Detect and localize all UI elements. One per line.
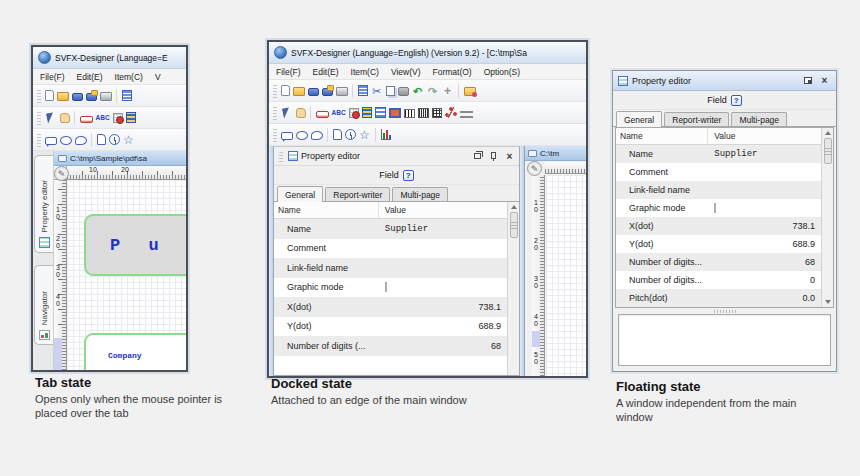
menu-view[interactable]: V	[155, 72, 161, 82]
paste-icon[interactable]	[398, 87, 409, 96]
thought-bubble-icon[interactable]	[311, 131, 323, 140]
graphic-mode-checkbox[interactable]	[714, 203, 716, 213]
scroll-thumb[interactable]	[510, 212, 518, 238]
restore-button[interactable]	[471, 150, 484, 162]
table-tool-icon[interactable]	[113, 113, 123, 123]
tab-report-writer[interactable]: Report-writer	[325, 187, 390, 201]
save-icon[interactable]	[308, 88, 319, 96]
menu-format[interactable]: Format(O)	[433, 67, 472, 77]
scrollbar[interactable]	[821, 128, 833, 307]
comment-icon[interactable]	[281, 132, 293, 140]
note-icon[interactable]	[333, 129, 342, 140]
table-row[interactable]: Y(dot) 688.9	[274, 317, 507, 337]
pencil-icon[interactable]	[54, 166, 69, 181]
table-row[interactable]: X(dot) 738.1	[274, 297, 507, 317]
save-icon[interactable]	[72, 93, 83, 101]
table-row[interactable]: Graphic mode	[616, 199, 821, 217]
barcode-2d-icon[interactable]	[418, 108, 429, 118]
title-bar[interactable]: SVFX-Designer (Language=English) (Versio…	[269, 42, 586, 64]
undo-icon[interactable]	[412, 85, 424, 97]
scroll-down-icon[interactable]	[825, 300, 831, 304]
company-shape[interactable]: Company	[84, 333, 186, 370]
save-as-icon[interactable]	[86, 93, 97, 101]
table-row[interactable]: Number of digits... 0	[616, 271, 821, 289]
new-item-icon[interactable]	[464, 87, 476, 96]
document-tab[interactable]: C:\tmp\Sample\pdf\sa	[54, 151, 186, 166]
field-shape[interactable]: P u	[84, 214, 186, 276]
text-tool-icon[interactable]: ABC	[332, 107, 346, 119]
field-tool-icon[interactable]	[362, 107, 372, 118]
title-bar[interactable]: SVFX-Designer (Language=E	[33, 47, 186, 69]
cut-icon[interactable]	[371, 85, 383, 97]
sidebar-tab-property-editor[interactable]: Property editor	[34, 155, 53, 253]
text-block-icon[interactable]	[460, 109, 473, 118]
thought-bubble-icon[interactable]	[75, 136, 87, 145]
table-row[interactable]: Name Supplier	[274, 219, 507, 239]
list-icon[interactable]	[358, 85, 368, 96]
sidebar-tab-navigator[interactable]: Navigator	[34, 265, 53, 345]
cursor-icon[interactable]	[46, 112, 55, 123]
table-row[interactable]: Y(dot) 688.9	[616, 235, 821, 253]
save-as-icon[interactable]	[322, 88, 333, 96]
tab-general[interactable]: General	[616, 111, 662, 127]
scroll-thumb[interactable]	[824, 138, 832, 164]
new-file-icon[interactable]	[281, 85, 290, 96]
menu-option[interactable]: Option(S)	[484, 67, 520, 77]
help-button[interactable]: ?	[731, 95, 742, 106]
barcode-icon[interactable]	[404, 109, 415, 118]
pencil-icon[interactable]	[527, 161, 542, 176]
redo-icon[interactable]	[427, 85, 439, 97]
menu-edit[interactable]: Edit(E)	[77, 72, 103, 82]
menu-item[interactable]: Item(C)	[115, 72, 143, 82]
menu-file[interactable]: File(F)	[276, 67, 301, 77]
balloon-icon[interactable]	[60, 136, 72, 145]
hand-icon[interactable]	[60, 113, 70, 123]
balloon-icon[interactable]	[296, 131, 308, 140]
table-row[interactable]: Pitch(dot) 0.0	[616, 289, 821, 307]
open-folder-icon[interactable]	[57, 92, 69, 101]
close-button[interactable]: ×	[818, 75, 831, 87]
table-row[interactable]: Comment	[616, 163, 821, 181]
scroll-up-icon[interactable]	[825, 131, 831, 135]
hand-icon[interactable]	[296, 108, 306, 118]
tab-multi-page[interactable]: Multi-page	[731, 112, 787, 126]
clock-icon[interactable]	[345, 129, 356, 140]
toolbar-grip[interactable]	[273, 106, 277, 120]
text-tool-icon[interactable]: ABC	[96, 112, 110, 124]
copy-icon[interactable]	[386, 86, 395, 96]
print-icon[interactable]	[100, 92, 112, 101]
toolbar-grip[interactable]	[37, 89, 41, 103]
panel-grip[interactable]	[279, 150, 283, 162]
menu-item[interactable]: Item(C)	[351, 67, 379, 77]
document-tab[interactable]: C:\tm	[525, 146, 586, 161]
dock-button[interactable]	[801, 75, 814, 87]
open-folder-icon[interactable]	[293, 87, 305, 96]
new-file-icon[interactable]	[45, 90, 54, 101]
menu-edit[interactable]: Edit(E)	[313, 67, 339, 77]
toolbar-grip[interactable]	[273, 84, 277, 98]
list-icon[interactable]	[122, 90, 132, 101]
move-icon[interactable]	[442, 85, 454, 97]
toolbar-grip[interactable]	[273, 128, 277, 142]
tab-multi-page[interactable]: Multi-page	[392, 187, 448, 201]
menu-view[interactable]: View(V)	[391, 67, 421, 77]
scrollbar[interactable]	[507, 202, 519, 375]
cursor-icon[interactable]	[282, 107, 291, 118]
polyline-icon[interactable]	[445, 107, 457, 118]
qr-code-icon[interactable]	[432, 108, 442, 118]
table-row[interactable]: Link-field name	[616, 181, 821, 199]
table-row[interactable]: Name Supplier	[616, 145, 821, 163]
graphic-mode-checkbox[interactable]	[385, 282, 387, 292]
column-header-name[interactable]: Name	[274, 202, 379, 218]
image-tool-icon[interactable]	[389, 108, 401, 118]
table-row[interactable]: Number of digits... 68	[616, 253, 821, 271]
tab-report-writer[interactable]: Report-writer	[664, 112, 729, 126]
star-icon[interactable]	[123, 134, 135, 146]
table-row[interactable]: Comment	[274, 239, 507, 259]
menu-file[interactable]: File(F)	[40, 72, 65, 82]
table-row[interactable]: Graphic mode	[274, 278, 507, 298]
clock-icon[interactable]	[109, 134, 120, 145]
rectangle-tool-icon[interactable]	[80, 116, 93, 123]
toolbar-grip[interactable]	[37, 133, 41, 147]
field-tool-icon[interactable]	[126, 112, 136, 123]
